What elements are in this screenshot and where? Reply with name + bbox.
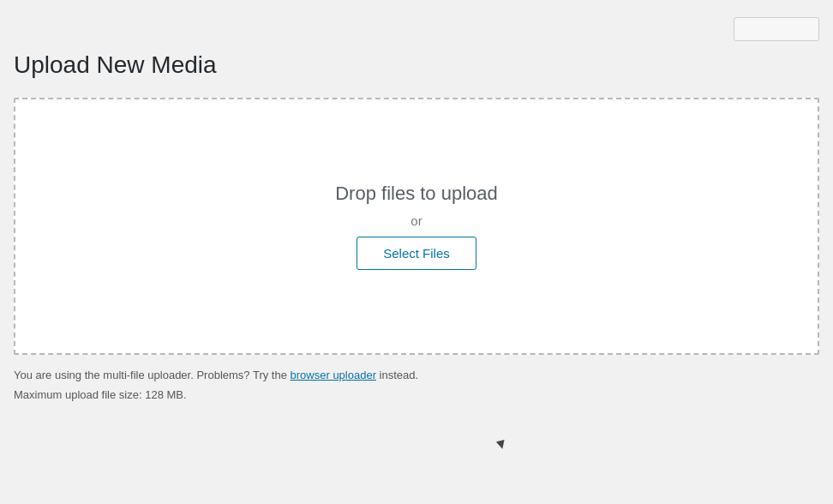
cursor-indicator	[497, 441, 507, 456]
or-text: or	[411, 213, 422, 228]
drop-files-text: Drop files to upload	[335, 183, 498, 205]
top-bar	[14, 17, 819, 41]
browser-uploader-link[interactable]: browser uploader	[291, 369, 376, 381]
max-size-text: Maximum upload file size: 128 MB.	[14, 388, 819, 401]
page-wrapper: Upload New Media Drop files to upload or…	[0, 0, 833, 504]
select-files-button[interactable]: Select Files	[357, 237, 476, 270]
info-suffix: instead.	[376, 369, 418, 381]
page-title: Upload New Media	[14, 50, 819, 81]
upload-dropzone[interactable]: Drop files to upload or Select Files	[14, 98, 819, 355]
info-prefix: You are using the multi-file uploader. P…	[14, 369, 291, 381]
uploader-info: You are using the multi-file uploader. P…	[14, 367, 819, 385]
top-bar-button[interactable]	[734, 17, 819, 41]
